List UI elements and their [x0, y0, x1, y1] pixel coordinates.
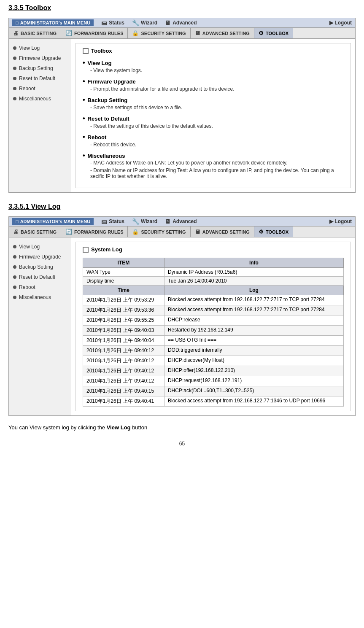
admin-menu-2[interactable]: □ ADMINISTRATOR's MAIN MENU [12, 218, 94, 225]
log-entry: Restarted by 192.168.12.149 [164, 326, 343, 336]
sidebar-misc-label-2: Miscellaneous [19, 294, 51, 300]
tab-toolbox-label-1: TOOLBOX [266, 31, 289, 36]
sidebar-reboot-label-1: Reboot [19, 86, 35, 92]
summary-row: WAN TypeDynamic IP Address (R0.15a6) [83, 268, 344, 277]
log-entry: DOD:triggered internally [164, 346, 343, 356]
top-nav-2: □ ADMINISTRATOR's MAIN MENU 🖴 Status 🔧 W… [8, 216, 356, 226]
toolbox-item-viewlog: View Log - View the system logs. [83, 59, 344, 73]
tab-bar-2: 🖨 BASIC SETTING 🔄 FORWARDING RULES 🔒 SEC… [8, 226, 356, 237]
advanced-icon-1: 🖥 [165, 19, 171, 26]
toolbox-list: View Log - View the system logs. Firmwar… [83, 59, 344, 179]
sidebar-backup-2[interactable]: Backup Setting [9, 262, 71, 272]
sidebar-backup-1[interactable]: Backup Setting [9, 63, 71, 73]
nav-logout-1[interactable]: ▶ Logout [329, 20, 352, 26]
tab-security-2[interactable]: 🔒 SECURITY SETTING [128, 226, 190, 237]
sidebar-viewlog-2[interactable]: View Log [9, 242, 71, 252]
bullet-backup-2 [13, 265, 16, 269]
log-time: 2010年1月26日 上午 09:40:12 [83, 346, 164, 356]
tab-toolbox-2[interactable]: ⚙ TOOLBOX [254, 226, 293, 237]
status-icon-1: 🖴 [101, 19, 107, 26]
log-time: 2010年1月26日 上午 09:53:29 [83, 295, 164, 305]
tab-advsetting-icon-1: 🖥 [195, 30, 200, 36]
tab-advsetting-1[interactable]: 🖥 ADVANCED SETTING [191, 28, 254, 38]
status-label-2: Status [109, 218, 124, 224]
viewlog-title: 3.3.5.1 View Log [8, 203, 356, 210]
log-time: 2010年1月26日 上午 09:40:03 [83, 326, 164, 336]
nav-status-2[interactable]: 🖴 Status [101, 218, 124, 225]
tab-toolbox-label-2: TOOLBOX [266, 229, 289, 234]
nav-wizard-1[interactable]: 🔧 Wizard [132, 19, 157, 26]
sidebar-reset-2[interactable]: Reset to Default [9, 272, 71, 282]
log-row: 2010年1月26日 上午 09:40:12DHCP:request(192.1… [83, 376, 344, 386]
sidebar-firmware-2[interactable]: Firmware Upgrade [9, 252, 71, 262]
sidebar-reset-1[interactable]: Reset to Default [9, 73, 71, 84]
sidebar-misc-1[interactable]: Miscellaneous [9, 94, 71, 104]
tab-security-icon-2: 🔒 [132, 229, 139, 235]
log-row: 2010年1月26日 上午 09:55:25DHCP:release [83, 315, 344, 326]
sidebar-firmware-label-2: Firmware Upgrade [19, 254, 61, 260]
sidebar-viewlog-1[interactable]: View Log [9, 43, 71, 53]
bullet-viewlog-2 [13, 245, 16, 248]
summary-info: Tue Jan 26 14:00:40 2010 [164, 277, 343, 286]
log-entry: DHCP:release [164, 315, 343, 326]
main-layout-1: View Log Firmware Upgrade Backup Setting… [8, 39, 356, 193]
bullet-reset-1 [13, 77, 16, 80]
tab-advsetting-2[interactable]: 🖥 ADVANCED SETTING [191, 226, 254, 237]
footer-text-suffix: button [131, 424, 148, 431]
systemlog-content-title-text: System Log [91, 246, 122, 253]
sidebar-misc-2[interactable]: Miscellaneous [9, 292, 71, 302]
logout-arrow-2: ▶ [329, 218, 333, 224]
bullet-misc-2 [13, 296, 16, 299]
sidebar-2: View Log Firmware Upgrade Backup Setting… [9, 237, 71, 415]
log-time: 2010年1月26日 上午 09:40:12 [83, 376, 164, 386]
sidebar-firmware-label-1: Firmware Upgrade [19, 55, 61, 61]
col-info-header: Info [164, 258, 343, 268]
wizard-icon-2: 🔧 [132, 218, 139, 225]
tab-security-label-2: SECURITY SETTING [141, 229, 186, 234]
system-log-table: ITEM Info WAN TypeDynamic IP Address (R0… [83, 258, 344, 407]
sidebar-backup-label-1: Backup Setting [19, 65, 53, 71]
tab-basic-2[interactable]: 🖨 BASIC SETTING [9, 226, 61, 237]
toolbox-section: 3.3.5 Toolbox □ ADMINISTRATOR's MAIN MEN… [8, 4, 356, 193]
log-entry: Blocked access attempt from 192.168.122.… [164, 396, 343, 407]
tab-basic-1[interactable]: 🖨 BASIC SETTING [9, 28, 61, 38]
sidebar-firmware-1[interactable]: Firmware Upgrade [9, 53, 71, 63]
admin-menu-1[interactable]: □ ADMINISTRATOR's MAIN MENU [12, 19, 94, 26]
systemlog-content-box: System Log ITEM Info WAN TypeDynamic IP … [75, 242, 351, 411]
footer-text-prefix: You can View system log by clicking the [8, 424, 107, 431]
toolbox-content-title: Toolbox [83, 48, 344, 54]
col-log-header: Log [164, 286, 343, 295]
toolbox-item-backup-desc: - Save the settings of this device to a … [90, 105, 344, 111]
tab-toolbox-icon-2: ⚙ [259, 229, 264, 235]
tab-security-1[interactable]: 🔒 SECURITY SETTING [128, 28, 190, 38]
tab-forwarding-1[interactable]: 🔄 FORWARDING RULES [61, 28, 128, 38]
systemlog-content-title: System Log [83, 246, 344, 253]
nav-advanced-1[interactable]: 🖥 Advanced [165, 19, 197, 26]
toolbox-content-box: Toolbox View Log - View the system logs.… [75, 43, 351, 188]
tab-forwarding-2[interactable]: 🔄 FORWARDING RULES [61, 226, 128, 237]
sidebar-reboot-1[interactable]: Reboot [9, 84, 71, 94]
nav-advanced-2[interactable]: 🖥 Advanced [165, 218, 197, 225]
top-nav-1: □ ADMINISTRATOR's MAIN MENU 🖴 Status 🔧 W… [8, 18, 356, 28]
bullet-firmware-2 [13, 255, 16, 259]
nav-wizard-2[interactable]: 🔧 Wizard [132, 218, 157, 225]
nav-status-1[interactable]: 🖴 Status [101, 19, 124, 26]
sidebar-misc-label-1: Miscellaneous [19, 96, 51, 102]
wizard-label-2: Wizard [141, 218, 157, 224]
bullet-reboot-2 [13, 286, 16, 289]
footer-text-bold: View Log [107, 424, 131, 431]
tab-toolbox-1[interactable]: ⚙ TOOLBOX [254, 28, 293, 38]
summary-item: WAN Type [83, 268, 164, 277]
admin-menu-icon-2: □ [16, 219, 19, 224]
summary-info: Dynamic IP Address (R0.15a6) [164, 268, 343, 277]
log-row: 2010年1月26日 上午 09:40:12DOD:triggered inte… [83, 346, 344, 356]
toolbox-item-firmware-desc: - Prompt the administrator for a file an… [90, 86, 344, 92]
logout-arrow-1: ▶ [329, 20, 333, 26]
toolbox-item-reset: Reset to Default - Reset the settings of… [83, 115, 344, 129]
bullet-reset-2 [13, 275, 16, 279]
log-row: 2010年1月26日 上午 09:40:12DHCP:discover(My H… [83, 356, 344, 366]
sidebar-reboot-2[interactable]: Reboot [9, 282, 71, 292]
tab-advsetting-label-1: ADVANCED SETTING [202, 31, 250, 36]
logout-label-2: Logout [334, 218, 352, 224]
nav-logout-2[interactable]: ▶ Logout [329, 218, 352, 224]
